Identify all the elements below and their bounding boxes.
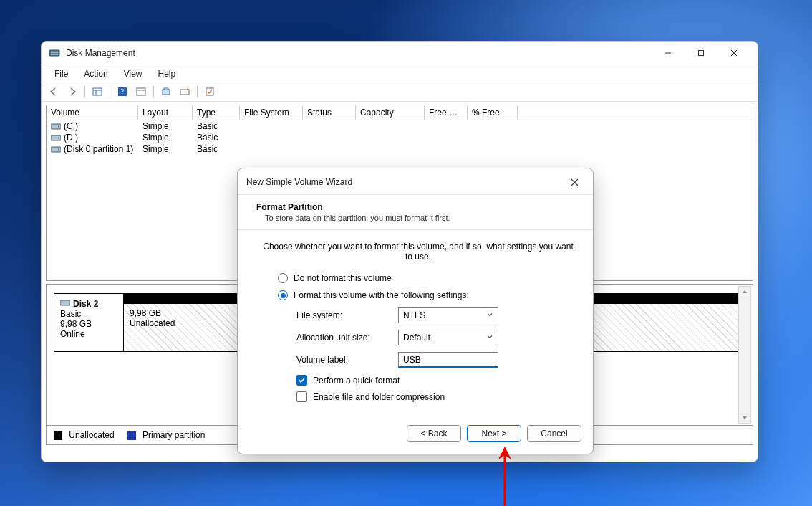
select-value: NTFS — [403, 310, 425, 320]
toolbar-separator — [197, 85, 198, 98]
menu-help[interactable]: Help — [151, 67, 183, 80]
checkbox-quick-format[interactable]: Perform a quick format — [296, 375, 574, 386]
drive-icon — [51, 133, 61, 142]
select-value: Default — [403, 333, 430, 343]
swatch-primary — [127, 431, 136, 440]
checkbox-label: Perform a quick format — [313, 376, 400, 386]
toolbar-separator — [84, 85, 85, 98]
wizard-intro: Choose whether you want to format this v… — [262, 242, 574, 262]
chevron-down-icon — [486, 310, 493, 320]
format-settings: File system: NTFS Allocation unit size: … — [296, 307, 574, 368]
chevron-down-icon — [486, 333, 493, 343]
cancel-button[interactable]: Cancel — [527, 425, 581, 442]
cell-type: Basic — [193, 143, 240, 155]
toolbar-separator — [110, 85, 110, 98]
checkbox-compression[interactable]: Enable file and folder compression — [296, 391, 574, 402]
svg-rect-1 — [51, 52, 58, 53]
col-pctfree[interactable]: % Free — [468, 105, 518, 120]
table-row[interactable]: (C:) Simple Basic — [47, 120, 753, 132]
col-layout[interactable]: Layout — [138, 105, 193, 120]
toolbar: ? — [42, 82, 758, 102]
show-hide-tree-button[interactable] — [90, 84, 105, 100]
label-allocation-unit-size: Allocation unit size: — [296, 333, 394, 343]
wizard-heading: Format Partition — [256, 202, 579, 212]
allocation-unit-size-select[interactable]: Default — [398, 330, 498, 345]
format-checkboxes: Perform a quick format Enable file and f… — [296, 375, 574, 402]
rescan-button[interactable] — [177, 84, 193, 100]
disk-management-icon — [49, 47, 60, 59]
cell-layout: Simple — [138, 120, 193, 132]
disk-management-window: Disk Management File Action View Help — [41, 41, 758, 462]
help-button[interactable]: ? — [115, 84, 130, 100]
svg-rect-0 — [49, 50, 59, 56]
legend-unallocated-label: Unallocated — [69, 430, 114, 440]
swatch-unallocated — [54, 431, 62, 440]
volume-label-input[interactable]: USB — [398, 352, 498, 368]
col-status[interactable]: Status — [303, 105, 356, 120]
legend-unallocated: Unallocated — [54, 430, 115, 440]
radio-label: Format this volume with the following se… — [294, 290, 469, 300]
radio-label: Do not format this volume — [294, 273, 392, 283]
col-type[interactable]: Type — [193, 105, 240, 120]
maximize-button[interactable] — [685, 42, 717, 65]
nav-forward-button[interactable] — [64, 84, 80, 100]
col-volume[interactable]: Volume — [47, 105, 138, 120]
volume-name: (Disk 0 partition 1) — [64, 144, 133, 154]
radio-icon — [278, 290, 288, 300]
svg-text:?: ? — [121, 87, 125, 95]
disk-status: Online — [60, 329, 117, 339]
settings-button[interactable] — [133, 84, 149, 100]
minimize-button[interactable] — [652, 42, 685, 65]
titlebar: Disk Management — [42, 42, 758, 65]
window-title: Disk Management — [66, 48, 135, 58]
svg-point-20 — [58, 138, 59, 139]
disk-map-scrollbar[interactable] — [738, 286, 751, 424]
wizard-close-button[interactable] — [564, 174, 584, 190]
file-system-select[interactable]: NTFS — [398, 307, 498, 323]
input-value: USB — [403, 355, 421, 365]
disk-info: Disk 2 Basic 9,98 GB Online — [54, 293, 123, 352]
refresh-button[interactable] — [158, 84, 174, 100]
menu-file[interactable]: File — [47, 67, 75, 80]
table-row[interactable]: (Disk 0 partition 1) Simple Basic — [47, 143, 753, 155]
volume-name: (C:) — [64, 121, 78, 131]
col-filesystem[interactable]: File System — [240, 105, 303, 120]
menu-action[interactable]: Action — [77, 67, 115, 80]
scroll-up-icon[interactable] — [740, 287, 750, 297]
close-button[interactable] — [717, 42, 750, 65]
volume-list-header: Volume Layout Type File System Status Ca… — [47, 105, 753, 120]
volume-name: (D:) — [64, 133, 78, 143]
back-button[interactable]: < Back — [407, 425, 461, 442]
format-radio-group: Do not format this volume Format this vo… — [278, 273, 574, 300]
svg-rect-14 — [163, 90, 170, 95]
radio-format-with-settings[interactable]: Format this volume with the following se… — [278, 290, 574, 300]
checkbox-icon — [296, 391, 307, 402]
disk-name: Disk 2 — [73, 299, 98, 309]
label-file-system: File system: — [296, 310, 394, 320]
content-area: Volume Layout Type File System Status Ca… — [42, 102, 758, 462]
toolbar-separator — [153, 85, 154, 98]
svg-rect-12 — [137, 88, 145, 95]
svg-rect-7 — [93, 88, 102, 95]
radio-do-not-format[interactable]: Do not format this volume — [278, 273, 574, 283]
disk-icon — [60, 298, 70, 309]
text-caret — [422, 355, 422, 365]
cell-type: Basic — [193, 132, 240, 143]
scroll-down-icon[interactable] — [740, 413, 750, 423]
cell-type: Basic — [193, 120, 240, 132]
checkbox-label: Enable file and folder compression — [313, 392, 445, 402]
menu-view[interactable]: View — [117, 67, 150, 80]
disk-size: 9,98 GB — [60, 319, 117, 329]
svg-rect-23 — [60, 300, 70, 305]
next-button[interactable]: Next > — [467, 425, 521, 442]
svg-rect-4 — [699, 51, 704, 56]
cell-layout: Simple — [138, 143, 193, 155]
svg-point-22 — [58, 149, 59, 151]
properties-button[interactable] — [202, 84, 218, 100]
table-row[interactable]: (D:) Simple Basic — [47, 132, 753, 143]
drive-icon — [51, 145, 61, 153]
nav-back-button[interactable] — [46, 84, 62, 100]
new-simple-volume-wizard: New Simple Volume Wizard Format Partitio… — [237, 168, 594, 454]
col-capacity[interactable]: Capacity — [356, 105, 425, 120]
col-freespace[interactable]: Free Spa... — [425, 105, 468, 120]
